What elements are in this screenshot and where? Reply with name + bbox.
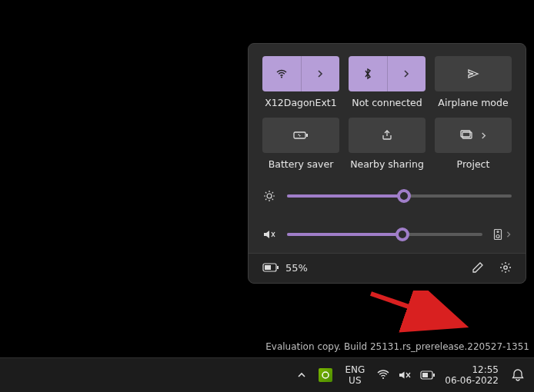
edit-button[interactable] bbox=[472, 261, 484, 274]
svg-rect-18 bbox=[422, 373, 428, 377]
battery-saver-icon bbox=[293, 130, 309, 141]
tile-battery-saver-label: Battery saver bbox=[269, 158, 334, 171]
bluetooth-icon bbox=[362, 68, 373, 80]
tile-battery-saver[interactable] bbox=[262, 118, 339, 153]
tray-date: 06-06-2022 bbox=[445, 375, 499, 386]
brightness-slider[interactable] bbox=[287, 194, 512, 198]
brightness-thumb[interactable] bbox=[397, 189, 411, 203]
battery-icon bbox=[262, 263, 279, 272]
svg-point-14 bbox=[322, 372, 329, 378]
volume-thumb[interactable] bbox=[395, 228, 409, 241]
quick-settings-panel: X12DagonExt1 Not connected bbox=[248, 43, 526, 284]
tray-battery-icon bbox=[420, 370, 436, 380]
chevron-right-icon bbox=[480, 132, 487, 139]
tray-time: 12:55 bbox=[445, 364, 499, 375]
tile-airplane-block: Airplane mode bbox=[435, 56, 512, 110]
settings-button[interactable] bbox=[499, 261, 512, 274]
volume-muted-icon[interactable] bbox=[262, 228, 276, 241]
volume-fill bbox=[287, 233, 402, 236]
svg-point-12 bbox=[504, 266, 507, 269]
tile-bluetooth-expand[interactable] bbox=[387, 56, 426, 91]
tile-nearby-sharing[interactable] bbox=[349, 118, 426, 153]
svg-line-13 bbox=[371, 294, 460, 324]
locale-region: US bbox=[345, 375, 365, 386]
tray-locale[interactable]: ENG US bbox=[342, 364, 368, 386]
airplane-icon bbox=[467, 68, 479, 80]
tray-system-icons[interactable] bbox=[377, 370, 436, 380]
build-watermark: Evaluation copy. Build 25131.rs_prerelea… bbox=[265, 341, 529, 352]
tile-nearby-sharing-label: Nearby sharing bbox=[350, 158, 424, 171]
tile-wifi-block: X12DagonExt1 bbox=[262, 56, 339, 110]
svg-rect-10 bbox=[277, 266, 279, 269]
svg-rect-17 bbox=[433, 374, 435, 377]
tile-project-label: Project bbox=[457, 158, 490, 171]
locale-lang: ENG bbox=[345, 364, 365, 375]
tray-overflow-button[interactable] bbox=[294, 370, 309, 380]
svg-point-8 bbox=[497, 231, 499, 233]
tray-wifi-icon bbox=[377, 370, 389, 380]
tile-wifi-expand[interactable] bbox=[301, 56, 340, 91]
tile-bluetooth-toggle[interactable] bbox=[349, 56, 387, 91]
tile-wifi[interactable] bbox=[262, 56, 339, 91]
project-icon bbox=[460, 130, 474, 141]
tray-clock[interactable]: 12:55 06-06-2022 bbox=[445, 364, 499, 386]
speaker-device-icon bbox=[493, 228, 502, 241]
volume-slider-row bbox=[262, 228, 512, 241]
brightness-fill bbox=[287, 194, 404, 198]
tray-notifications-button[interactable] bbox=[508, 368, 528, 382]
volume-slider[interactable] bbox=[287, 233, 482, 236]
tile-bluetooth[interactable] bbox=[349, 56, 426, 91]
svg-rect-2 bbox=[306, 134, 308, 137]
tile-project[interactable] bbox=[435, 118, 512, 153]
footer-actions bbox=[472, 261, 512, 274]
quick-settings-footer: 55% bbox=[249, 253, 526, 283]
tile-bluetooth-block: Not connected bbox=[349, 56, 426, 110]
tray-nvidia-icon[interactable] bbox=[319, 368, 332, 382]
audio-output-button[interactable] bbox=[493, 228, 512, 241]
svg-point-7 bbox=[496, 235, 499, 238]
svg-point-5 bbox=[267, 194, 272, 198]
chevron-right-icon bbox=[506, 231, 512, 238]
taskbar: ENG US 12:55 06-06-2022 bbox=[0, 357, 534, 392]
tile-wifi-toggle[interactable] bbox=[262, 56, 301, 91]
tile-nearby-sharing-block: Nearby sharing bbox=[349, 118, 426, 171]
chevron-right-icon bbox=[402, 70, 410, 78]
share-icon bbox=[381, 129, 393, 141]
tile-airplane[interactable] bbox=[435, 56, 512, 91]
battery-status[interactable]: 55% bbox=[262, 262, 308, 274]
svg-point-15 bbox=[382, 377, 384, 379]
tile-project-block: Project bbox=[435, 118, 512, 171]
chevron-right-icon bbox=[316, 70, 324, 78]
brightness-slider-row bbox=[262, 190, 512, 202]
tray-volume-muted-icon bbox=[399, 370, 411, 380]
tile-battery-saver-block: Battery saver bbox=[262, 118, 339, 171]
tile-wifi-label: X12DagonExt1 bbox=[265, 96, 336, 110]
brightness-icon bbox=[262, 190, 276, 202]
annotation-arrow bbox=[368, 291, 476, 335]
tile-airplane-label: Airplane mode bbox=[438, 96, 508, 110]
quick-settings-body: X12DagonExt1 Not connected bbox=[249, 44, 526, 253]
tile-bluetooth-label: Not connected bbox=[352, 96, 422, 110]
svg-point-0 bbox=[281, 77, 282, 78]
battery-text: 55% bbox=[285, 262, 308, 274]
wifi-icon bbox=[275, 68, 288, 80]
tile-grid: X12DagonExt1 Not connected bbox=[262, 56, 512, 171]
svg-rect-11 bbox=[265, 265, 271, 270]
